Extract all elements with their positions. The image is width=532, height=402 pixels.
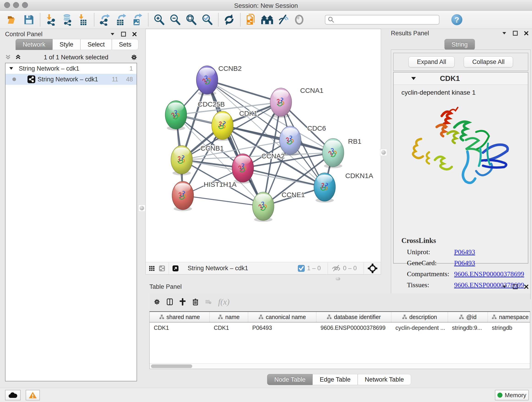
show-graphics-details-icon[interactable] — [293, 13, 306, 27]
tab-sets[interactable]: Sets — [112, 39, 138, 50]
table-cell[interactable]: CDK1 — [150, 322, 210, 333]
fit-content-crosshair-icon[interactable] — [367, 263, 378, 274]
network-node-CDC25B[interactable] — [165, 101, 187, 130]
panel-float-icon[interactable] — [512, 284, 518, 290]
network-edge-HIST1H1A-CCNE1[interactable] — [183, 196, 263, 206]
column-header-canonical-name[interactable]: canonical name — [248, 312, 317, 322]
tab-network[interactable]: Network — [16, 39, 52, 50]
network-node-CCNA1[interactable] — [270, 88, 292, 118]
network-node-CCNE1[interactable] — [253, 192, 274, 222]
selected-nodes-checkbox[interactable] — [298, 265, 305, 272]
zoom-selected-icon[interactable] — [201, 13, 214, 27]
collapse-all-networks-icon[interactable] — [5, 54, 11, 60]
table-cell[interactable]: stringdb — [488, 322, 530, 333]
export-network-icon[interactable] — [99, 13, 111, 27]
panel-close-icon[interactable] — [132, 31, 138, 37]
network-view-panel[interactable]: CCNB2CCNA1CDC25BCDK1CDC6RB1CCNB1CCNA2CDK… — [146, 29, 381, 274]
search-input[interactable] — [336, 16, 437, 23]
import-network-database-icon[interactable] — [60, 13, 73, 27]
table-options-gear-icon[interactable] — [154, 299, 160, 305]
expand-all-button[interactable]: Expand All — [409, 56, 455, 67]
cloud-button[interactable] — [5, 390, 21, 400]
collection-expand-icon[interactable] — [9, 67, 13, 70]
network-node-CDC6[interactable] — [279, 126, 301, 156]
save-session-icon[interactable] — [22, 13, 35, 27]
help-icon[interactable]: ? — [451, 14, 462, 25]
table-cell[interactable]: 9606.ENSP00000378699 — [317, 322, 391, 333]
crosslink-uniprot-link[interactable]: P06493 — [454, 248, 475, 256]
protein-section-header[interactable]: CDK1 — [394, 72, 528, 85]
panel-close-icon[interactable] — [523, 284, 529, 290]
column-header--id[interactable]: @id — [448, 312, 488, 322]
network-collection-row[interactable]: String Network – cdk1 1 — [6, 63, 137, 74]
network-options-gear-icon[interactable] — [131, 54, 137, 60]
open-session-icon[interactable] — [6, 13, 19, 27]
network-node-CDKN1A[interactable] — [314, 173, 336, 203]
column-header-database-identifier[interactable]: database identifier — [317, 312, 391, 322]
zoom-out-icon[interactable] — [169, 13, 181, 27]
node-table[interactable]: shared namenamecanonical namedatabase id… — [149, 311, 530, 369]
column-header-name[interactable]: name — [210, 312, 248, 322]
right-splitter-handle[interactable] — [380, 149, 387, 156]
panel-menu-icon[interactable] — [501, 284, 507, 290]
tab-string[interactable]: String — [444, 39, 475, 50]
panel-menu-icon[interactable] — [501, 30, 507, 36]
export-table-icon[interactable] — [114, 13, 127, 27]
scrollbar-thumb[interactable] — [151, 364, 192, 368]
network-edge-CCNB2-CCNA1[interactable] — [207, 80, 281, 102]
panel-close-icon[interactable] — [523, 30, 529, 36]
tab-node-table[interactable]: Node Table — [267, 374, 312, 385]
panel-float-icon[interactable] — [512, 30, 518, 36]
table-cell[interactable]: P06493 — [248, 322, 317, 333]
import-table-file-icon[interactable] — [76, 13, 89, 27]
zoom-fit-icon[interactable] — [185, 13, 197, 27]
crosslink-compartments-link[interactable]: 9606.ENSP00000378699 — [454, 270, 524, 278]
network-node-CCNB2[interactable] — [196, 66, 218, 96]
crosslink-label: Compartments: — [407, 270, 450, 278]
memory-button[interactable]: Memory — [495, 390, 529, 400]
tab-network-table[interactable]: Network Table — [358, 374, 411, 385]
warnings-button[interactable] — [26, 390, 40, 400]
delete-column-icon[interactable] — [192, 299, 198, 305]
panel-menu-icon[interactable] — [109, 31, 115, 37]
birdseye-view-icon[interactable] — [149, 265, 155, 271]
import-network-file-icon[interactable] — [44, 13, 57, 27]
section-collapse-icon[interactable] — [411, 77, 416, 80]
left-splitter-handle[interactable] — [138, 205, 145, 211]
crosslink-genecard-link[interactable]: P06493 — [454, 259, 475, 267]
table-horizontal-scrollbar[interactable] — [150, 363, 530, 369]
tab-style[interactable]: Style — [52, 39, 80, 50]
network-canvas[interactable]: CCNB2CCNA1CDC25BCDK1CDC6RB1CCNB1CCNA2CDK… — [146, 29, 381, 262]
bottom-splitter-handle[interactable] — [336, 277, 340, 280]
search-field[interactable] — [325, 15, 439, 25]
table-cell[interactable]: stringdb:9... — [448, 322, 488, 333]
panel-float-icon[interactable] — [120, 31, 127, 37]
table-cell[interactable]: cyclin-dependent ... — [391, 322, 448, 333]
tab-edge-table[interactable]: Edge Table — [312, 374, 358, 385]
column-header-namespace[interactable]: namespace — [488, 312, 530, 322]
collapse-all-button[interactable]: Collapse All — [464, 56, 513, 67]
network-node-CCNB1[interactable] — [171, 146, 192, 175]
network-row-selected[interactable]: String Network – cdk1 11 48 — [6, 74, 137, 85]
hidden-eye-icon[interactable] — [331, 265, 341, 272]
show-columns-icon[interactable] — [167, 299, 173, 305]
network-node-RB1[interactable] — [322, 138, 344, 168]
network-grid-share-icon[interactable] — [159, 265, 165, 271]
home-icon[interactable] — [261, 13, 273, 27]
column-header-description[interactable]: description — [391, 312, 448, 322]
string-document-icon[interactable] — [245, 13, 258, 27]
expand-all-networks-icon[interactable] — [15, 54, 21, 60]
network-node-HIST1H1A[interactable] — [172, 181, 194, 211]
export-image-icon[interactable] — [131, 13, 143, 27]
add-column-icon[interactable] — [180, 299, 186, 305]
zoom-in-icon[interactable] — [152, 13, 165, 27]
function-builder-icon[interactable]: f(x) — [218, 297, 230, 307]
delete-table-icon[interactable] — [205, 299, 211, 305]
hide-graphics-details-icon[interactable] — [277, 13, 290, 27]
tab-select[interactable]: Select — [80, 39, 112, 50]
column-header-shared-name[interactable]: shared name — [150, 312, 210, 322]
detach-view-icon[interactable] — [172, 265, 178, 271]
table-row[interactable]: CDK1CDK1P064939606.ENSP00000378699cyclin… — [150, 322, 530, 333]
table-cell[interactable]: CDK1 — [210, 322, 248, 333]
refresh-icon[interactable] — [223, 13, 235, 27]
